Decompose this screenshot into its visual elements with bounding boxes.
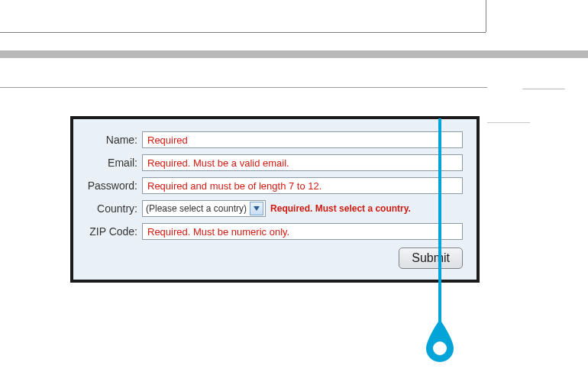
password-input[interactable] [142,177,463,194]
zip-input[interactable] [142,223,463,240]
row-name: Name: [78,131,463,148]
svg-marker-0 [254,206,260,211]
row-country: Country: (Please select a country) Requi… [78,200,463,217]
label-email: Email: [78,157,137,169]
top-rule [0,0,486,33]
top-rule-vertical [486,0,486,32]
label-country: Country: [78,202,137,215]
callout-line [438,118,441,340]
label-zip: ZIP Code: [78,225,137,238]
validation-form: Name: Email: Password: Country: (Please … [70,116,480,283]
svg-point-1 [433,341,447,355]
drop-icon [422,318,458,364]
country-error: Required. Must select a country. [270,203,411,214]
thick-divider [0,50,588,58]
submit-button[interactable]: Submit [399,247,463,269]
row-zip: ZIP Code: [78,223,463,240]
row-password: Password: [78,177,463,194]
row-email: Email: [78,154,463,171]
country-select-value: (Please select a country) [146,203,248,214]
chevron-down-icon [250,202,263,215]
email-input[interactable] [142,154,463,171]
name-input[interactable] [142,131,463,148]
country-select[interactable]: (Please select a country) [142,200,266,217]
submit-row: Submit [78,247,463,269]
label-password: Password: [78,180,137,192]
label-name: Name: [78,134,137,146]
